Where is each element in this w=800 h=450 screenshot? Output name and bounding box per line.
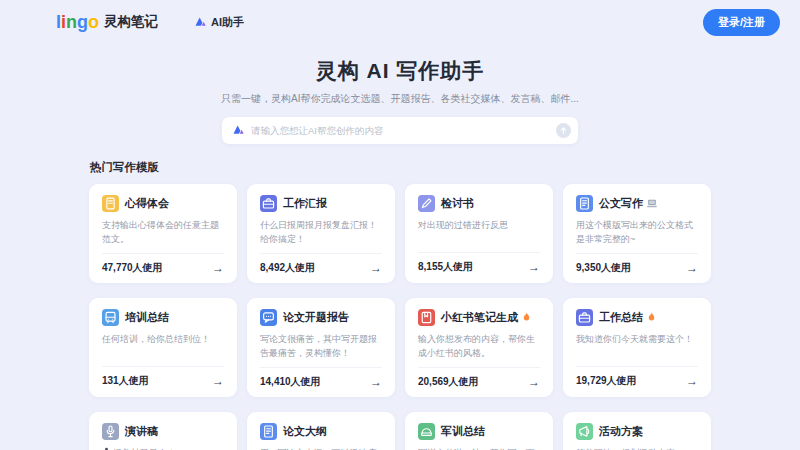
card-header: 小红书笔记生成 — [418, 309, 540, 326]
card-title: 演讲稿 — [125, 424, 158, 439]
send-button[interactable] — [556, 123, 571, 138]
logo-wordmark[interactable]: lingo — [56, 13, 99, 31]
document-icon — [576, 195, 593, 212]
arrow-right-icon: → — [212, 262, 224, 274]
template-card[interactable]: 检讨书 对出现的过错进行反思 8,155人使用 → — [405, 184, 553, 283]
card-header: 论文大纲 — [260, 423, 382, 440]
template-card[interactable]: 活动方案 简单明快，规划活动内容 10,710人使用 → — [563, 412, 711, 450]
card-title: 检讨书 — [441, 196, 474, 211]
card-title: 活动方案 — [599, 424, 643, 439]
card-description: 写论文很痛苦，其中写开题报告最痛苦，灵构懂你！ — [260, 333, 382, 361]
card-footer: 47,770人使用 → — [102, 253, 224, 275]
card-description: 支持输出心得体会的任意主题范文。 — [102, 219, 224, 247]
arrow-right-icon: → — [686, 375, 698, 387]
helmet-icon — [418, 423, 435, 440]
nav-item-label: AI助手 — [211, 15, 244, 30]
page-subtitle: 只需一键，灵构AI帮你完成论文选题、开题报告、各类社交媒体、发言稿、邮件... — [0, 92, 800, 106]
arrow-right-icon: → — [370, 262, 382, 274]
card-footer: 19,729人使用 → — [576, 366, 698, 388]
notebook-icon — [102, 195, 119, 212]
template-grid: 心得体会 支持输出心得体会的任意主题范文。 47,770人使用 → 工作汇报 什… — [89, 184, 711, 450]
template-card[interactable]: 工作总结 我知道你们今天就需要这个！ 19,729人使用 → — [563, 298, 711, 397]
usage-count: 8,492人使用 — [260, 261, 315, 275]
card-description: 用这个模版写出来的公文格式是非常完整的~ — [576, 219, 698, 247]
card-header: 公文写作 — [576, 195, 698, 212]
flame-icon — [646, 311, 657, 323]
card-header: 演讲稿 — [102, 423, 224, 440]
bus-icon — [102, 309, 119, 326]
card-footer: 20,569人使用 → — [418, 367, 540, 389]
card-header: 心得体会 — [102, 195, 224, 212]
card-description: 我知道你们今天就需要这个！ — [576, 333, 698, 360]
card-title: 论文开题报告 — [283, 310, 349, 325]
card-title: 论文大纲 — [283, 424, 327, 439]
template-card[interactable]: 论文开题报告 写论文很痛苦，其中写开题报告最痛苦，灵构懂你！ 14,410人使用… — [247, 298, 395, 397]
ai-triangle-icon — [232, 122, 245, 140]
ai-triangle-icon — [194, 15, 207, 30]
card-description: 任何培训，给你总结到位！ — [102, 333, 224, 360]
template-card[interactable]: 心得体会 支持输出心得体会的任意主题范文。 47,770人使用 → — [89, 184, 237, 283]
usage-count: 9,350人使用 — [576, 261, 631, 275]
template-card[interactable]: 培训总结 任何培训，给你总结到位！ 131人使用 → — [89, 298, 237, 397]
usage-count: 14,410人使用 — [260, 375, 321, 389]
nav-item-ai-assistant[interactable]: AI助手 — [194, 15, 244, 30]
card-title: 工作总结 — [599, 310, 643, 325]
arrow-right-icon: → — [370, 376, 382, 388]
card-title: 小红书笔记生成 — [441, 310, 518, 325]
card-description: 对出现的过错进行反思 — [418, 219, 540, 246]
card-header: 活动方案 — [576, 423, 698, 440]
pen-icon — [418, 195, 435, 212]
top-header: lingo 灵构笔记 AI助手 登录/注册 — [0, 0, 800, 44]
usage-count: 8,155人使用 — [418, 260, 473, 274]
card-header: 培训总结 — [102, 309, 224, 326]
usage-count: 131人使用 — [102, 374, 149, 388]
login-register-button[interactable]: 登录/注册 — [703, 9, 780, 36]
card-title: 工作汇报 — [283, 196, 327, 211]
search-bar — [222, 117, 578, 144]
template-card[interactable]: 军训总结 军训辛苦啦，让AI帮你写一下军训总结吧！ 4,517人使用 → — [405, 412, 553, 450]
page-title: 灵构 AI 写作助手 — [0, 57, 800, 85]
usage-count: 20,569人使用 — [418, 375, 479, 389]
usage-count: 19,729人使用 — [576, 374, 637, 388]
arrow-right-icon: → — [212, 375, 224, 387]
microphone-icon — [102, 423, 119, 440]
card-title: 军训总结 — [441, 424, 485, 439]
card-description: 什么日报周报月报复盘汇报！给你搞定！ — [260, 219, 382, 247]
card-header: 工作总结 — [576, 309, 698, 326]
document-icon — [260, 423, 277, 440]
briefcase-icon — [260, 195, 277, 212]
arrow-right-icon: → — [686, 262, 698, 274]
usage-count: 47,770人使用 — [102, 261, 163, 275]
card-footer: 14,410人使用 → — [260, 367, 382, 389]
laptop-icon — [646, 198, 658, 209]
card-header: 军训总结 — [418, 423, 540, 440]
template-card[interactable]: 工作汇报 什么日报周报月报复盘汇报！给你搞定！ 8,492人使用 → — [247, 184, 395, 283]
card-title: 培训总结 — [125, 310, 169, 325]
flame-icon — [521, 311, 532, 323]
template-card[interactable]: 论文大纲 用AI写论文大纲，可以迅速启发思路。 13,515人使用 → — [247, 412, 395, 450]
card-footer: 8,492人使用 → — [260, 253, 382, 275]
template-card[interactable]: 演讲稿 拯救社恐星人！ 11,613人使用 → — [89, 412, 237, 450]
card-footer: 9,350人使用 → — [576, 253, 698, 275]
chat-icon — [260, 309, 277, 326]
template-card[interactable]: 公文写作 用这个模版写出来的公文格式是非常完整的~ 9,350人使用 → — [563, 184, 711, 283]
arrow-right-icon: → — [528, 376, 540, 388]
card-footer: 8,155人使用 → — [418, 252, 540, 274]
search-input[interactable] — [251, 125, 556, 136]
card-header: 工作汇报 — [260, 195, 382, 212]
card-header: 检讨书 — [418, 195, 540, 212]
section-title: 热门写作模版 — [90, 160, 800, 175]
briefcase-icon — [576, 309, 593, 326]
megaphone-icon — [576, 423, 593, 440]
arrow-right-icon: → — [528, 261, 540, 273]
template-card[interactable]: 小红书笔记生成 输入你想发布的内容，帮你生成小红书的风格。 20,569人使用 … — [405, 298, 553, 397]
brand-name[interactable]: 灵构笔记 — [104, 13, 158, 31]
card-footer: 131人使用 → — [102, 366, 224, 388]
card-description: 输入你想发布的内容，帮你生成小红书的风格。 — [418, 333, 540, 361]
card-title: 公文写作 — [599, 196, 643, 211]
card-title: 心得体会 — [125, 196, 169, 211]
card-header: 论文开题报告 — [260, 309, 382, 326]
red-book-icon — [418, 309, 435, 326]
